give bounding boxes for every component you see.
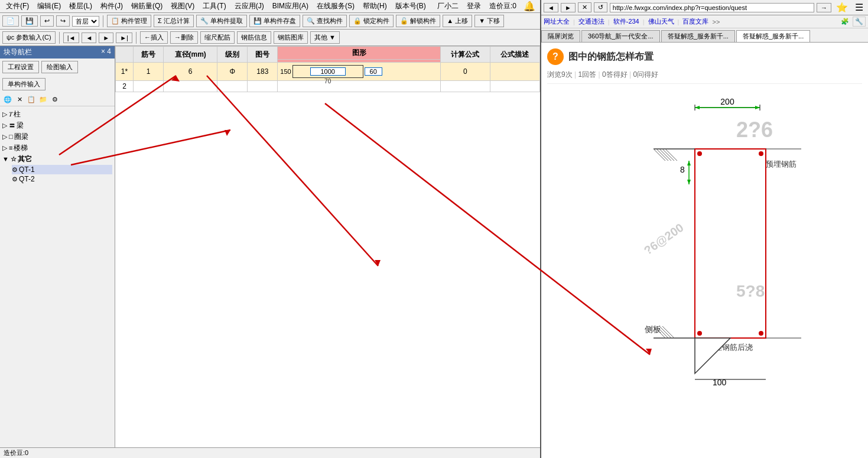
rebar-lib-btn[interactable]: 钢筋图库: [274, 31, 308, 44]
tree-icon-ring-beam: ▷ □: [2, 133, 13, 141]
browser-url-input[interactable]: [610, 3, 814, 12]
link-weather[interactable]: 佛山天气: [648, 17, 674, 26]
tree-label-qt1: QT-1: [19, 165, 35, 174]
undo-btn[interactable]: ↩: [40, 15, 54, 27]
redo-btn[interactable]: ↪: [56, 15, 70, 27]
qa-icon: ?: [547, 48, 564, 65]
prev-btn[interactable]: ◄: [82, 33, 96, 43]
tab-qa-2[interactable]: 答疑解惑_服务新千...: [736, 30, 810, 42]
data-table: 筋号 直径(mm) 级别 图号 图形 计算公式 公式描述: [115, 46, 540, 92]
other-btn[interactable]: 其他 ▼: [310, 31, 340, 44]
link-baidu-lib[interactable]: 百度文库: [682, 17, 708, 26]
move-down-btn[interactable]: ▼ 下移: [474, 15, 504, 27]
shape-mid-input[interactable]: [310, 67, 346, 76]
cell-grade-2: [217, 81, 248, 92]
unlock-btn[interactable]: 🔓 解锁构件: [396, 15, 440, 27]
next-btn[interactable]: ►: [99, 33, 113, 43]
nav-icon-x[interactable]: ✕: [14, 94, 25, 105]
tab-qa-1[interactable]: 答疑解惑_服务新千...: [661, 30, 735, 42]
nav-buttons: 工程设置 绘图输入: [0, 59, 115, 76]
link-sep4: |: [678, 18, 680, 25]
menu-file[interactable]: 文件(F): [2, 1, 32, 12]
link-traffic[interactable]: 交通违法: [578, 17, 604, 26]
sum-calc-btn[interactable]: Σ 汇总计算: [154, 15, 194, 27]
link-sep3: |: [643, 18, 645, 25]
next-next-btn[interactable]: ►|: [116, 33, 132, 43]
tree-item-ring-beam[interactable]: ▷ □ 圈梁: [2, 131, 112, 142]
browser-go-btn[interactable]: →: [817, 3, 831, 12]
tree-label-column: 柱: [14, 109, 21, 119]
tab-screen-browse[interactable]: 隔屏浏览: [541, 30, 580, 42]
find-component-btn[interactable]: 🔍 查找构件: [303, 15, 347, 27]
menu-version[interactable]: 版本号(B): [392, 1, 430, 12]
rebar-info-btn[interactable]: 钢筋信息: [237, 31, 271, 44]
nav-icon-folder[interactable]: 📁: [38, 94, 48, 105]
nav-icon-settings[interactable]: ⚙: [50, 94, 60, 105]
prev-prev-btn[interactable]: |◄: [63, 33, 80, 43]
new-btn[interactable]: 📄: [2, 15, 19, 27]
tree-item-column[interactable]: ▷ 𝑇 柱: [2, 109, 112, 120]
delete-btn[interactable]: →删除: [170, 31, 198, 44]
menu-component[interactable]: 构件(J): [97, 1, 126, 12]
menu-help[interactable]: 帮助(H): [359, 1, 391, 12]
menu-cloud[interactable]: 云应用(J): [231, 1, 268, 12]
tab-360-nav[interactable]: 360导航_新一代安全...: [581, 30, 660, 42]
menu-factory[interactable]: 厂小二: [434, 1, 462, 12]
floor-select[interactable]: 首层: [72, 16, 99, 27]
menu-floor[interactable]: 楼层(L): [66, 1, 96, 12]
browser-forward-btn[interactable]: ►: [561, 3, 576, 12]
menu-tools[interactable]: 工具(T): [199, 1, 229, 12]
single-input-btn[interactable]: 单构件输入: [2, 78, 45, 90]
browser-refresh-btn[interactable]: ↺: [594, 2, 607, 12]
th-barno: [116, 47, 134, 63]
tree-icon-qt2: ⚙: [12, 176, 18, 183]
svg-line-11: [656, 149, 668, 161]
tree-item-other[interactable]: ▼ ☆ 其它: [2, 154, 112, 165]
link-software[interactable]: 软件-234: [613, 17, 639, 26]
shape-right-input[interactable]: [365, 67, 382, 76]
tree-item-qt1[interactable]: ⚙ QT-1: [12, 165, 112, 174]
menu-bim[interactable]: BIM应用(A): [269, 1, 312, 12]
single-extract-btn[interactable]: 🔧 单构件提取: [196, 15, 247, 27]
th-grade: 级别: [217, 47, 248, 63]
browser-back-btn[interactable]: ◄: [544, 3, 558, 12]
scale-btn[interactable]: 缩尺配筋: [200, 31, 235, 44]
tree-item-stair[interactable]: ▷ ≡ 楼梯: [2, 142, 112, 154]
link-webdir[interactable]: 网址大全: [544, 17, 570, 26]
tree-item-beam[interactable]: ▷ 〓 梁: [2, 120, 112, 131]
browser-star-icon[interactable]: ⭐: [834, 2, 850, 13]
insert-btn[interactable]: ←插入: [140, 31, 168, 44]
tree-label-beam: 梁: [17, 121, 24, 131]
menu-login[interactable]: 登录: [463, 1, 485, 12]
browser-ext-btn[interactable]: 🔧: [853, 17, 866, 27]
component-manage-btn[interactable]: 📋 构件管理: [107, 15, 151, 27]
nav-icon-copy[interactable]: 📋: [26, 94, 37, 105]
minimize-icon[interactable]: 🔔: [521, 1, 538, 12]
label-sideboard: 侧板: [645, 324, 661, 334]
tree-label-other: 其它: [18, 154, 32, 164]
cad-status-bar: 造价豆:0: [0, 447, 540, 458]
browser-menu-icon[interactable]: ☰: [853, 2, 866, 13]
param-input-btn[interactable]: ψc 参数输入(C): [2, 31, 56, 44]
svg-line-18: [662, 326, 674, 338]
link-sep2: |: [608, 18, 610, 25]
svg-marker-5: [755, 106, 760, 109]
lock-btn[interactable]: 🔒 锁定构件: [349, 15, 394, 27]
move-up-btn[interactable]: ▲ 上移: [443, 15, 472, 27]
single-save-btn[interactable]: 💾 单构件存盘: [249, 15, 300, 27]
navigator-pin[interactable]: × 4: [101, 47, 111, 57]
menu-online[interactable]: 在线服务(S): [313, 1, 358, 12]
save-btn[interactable]: 💾: [21, 15, 38, 27]
tree-item-qt2[interactable]: ⚙ QT-2: [12, 174, 112, 184]
cell-diameter-2: [163, 81, 217, 92]
menu-rebar[interactable]: 钢筋量(Q): [128, 1, 166, 12]
menu-edit[interactable]: 编辑(E): [34, 1, 64, 12]
nav-icon-filter[interactable]: 🌐: [2, 94, 13, 105]
browser-stop-btn[interactable]: ✕: [578, 2, 591, 12]
link-sep1: |: [573, 18, 575, 25]
cell-shape-1[interactable]: 150 70: [278, 63, 441, 81]
drawing-input-btn[interactable]: 绘图输入: [41, 61, 78, 73]
main-rect: [695, 149, 766, 338]
project-settings-btn[interactable]: 工程设置: [2, 61, 39, 73]
menu-view[interactable]: 视图(V): [167, 1, 198, 12]
